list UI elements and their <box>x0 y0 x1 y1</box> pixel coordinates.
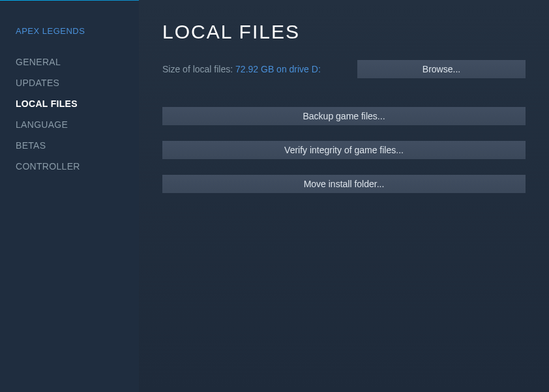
move-install-folder-button[interactable]: Move install folder... <box>162 175 526 193</box>
verify-integrity-button[interactable]: Verify integrity of game files... <box>162 141 526 159</box>
sidebar-item-updates[interactable]: UPDATES <box>16 72 139 93</box>
sidebar-item-local-files[interactable]: LOCAL FILES <box>16 93 139 114</box>
main-panel: LOCAL FILES Size of local files: 72.92 G… <box>139 0 549 392</box>
sidebar-item-language[interactable]: LANGUAGE <box>16 114 139 135</box>
size-label: Size of local files: <box>162 64 235 74</box>
size-text: Size of local files: 72.92 GB on drive D… <box>162 63 321 75</box>
game-title: APEX LEGENDS <box>16 26 139 36</box>
size-row: Size of local files: 72.92 GB on drive D… <box>162 60 526 78</box>
sidebar: APEX LEGENDS GENERAL UPDATES LOCAL FILES… <box>0 0 139 392</box>
properties-dialog: APEX LEGENDS GENERAL UPDATES LOCAL FILES… <box>0 0 549 392</box>
size-value: 72.92 GB on drive D: <box>235 64 321 74</box>
backup-game-files-button[interactable]: Backup game files... <box>162 107 526 125</box>
browse-button[interactable]: Browse... <box>357 60 526 78</box>
sidebar-item-betas[interactable]: BETAS <box>16 135 139 156</box>
sidebar-item-general[interactable]: GENERAL <box>16 52 139 72</box>
page-title: LOCAL FILES <box>162 21 526 43</box>
actions: Backup game files... Verify integrity of… <box>162 107 526 193</box>
sidebar-item-controller[interactable]: CONTROLLER <box>16 156 139 177</box>
